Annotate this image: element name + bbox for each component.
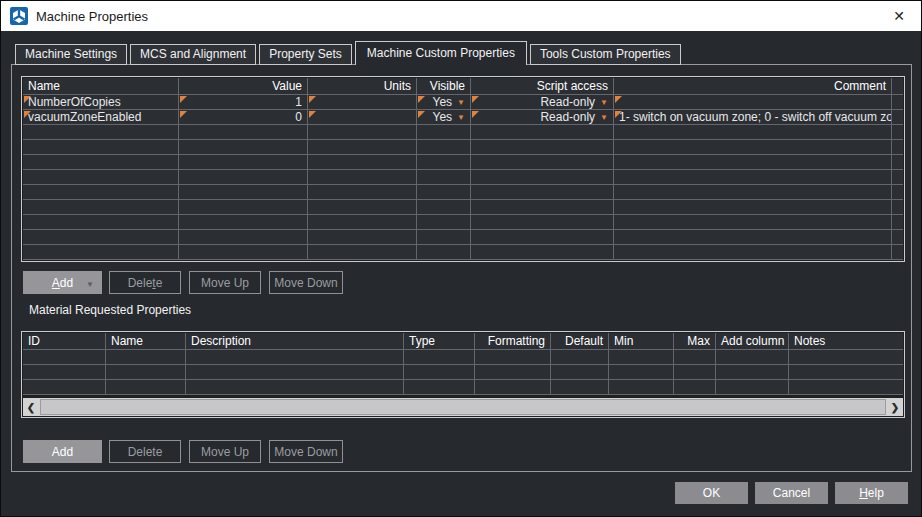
window-title: Machine Properties <box>36 9 148 24</box>
empty-table-row <box>23 185 903 200</box>
close-icon[interactable]: ✕ <box>877 1 921 31</box>
empty-cell <box>179 245 308 259</box>
cell-units[interactable] <box>308 95 417 109</box>
empty-cell <box>404 380 475 394</box>
empty-cell <box>471 140 614 154</box>
empty-cell <box>716 380 789 394</box>
cell-value[interactable]: 1 <box>179 95 308 109</box>
dropdown-arrow-icon[interactable]: ▼ <box>457 98 465 107</box>
machine-properties-table: NameValueUnitsVisibleScript accessCommen… <box>21 76 905 262</box>
empty-cell <box>179 200 308 214</box>
empty-cell <box>471 125 614 139</box>
empty-cell <box>186 365 404 379</box>
empty-cell <box>471 215 614 229</box>
material-move-up-button[interactable]: Move Up <box>189 440 261 463</box>
empty-cell <box>475 350 551 364</box>
help-button[interactable]: Help <box>835 482 908 504</box>
column-header-visible: Visible <box>417 78 471 94</box>
scroll-right-icon[interactable]: ❯ <box>887 398 903 416</box>
dropdown-arrow-icon[interactable]: ▼ <box>457 113 465 122</box>
dropdown-arrow-icon[interactable]: ▼ <box>600 98 608 107</box>
empty-cell <box>892 125 903 139</box>
empty-cell <box>179 170 308 184</box>
material-delete-button[interactable]: Delete <box>109 440 181 463</box>
empty-cell <box>471 200 614 214</box>
empty-table-row <box>23 200 903 215</box>
tab-machine-settings[interactable]: Machine Settings <box>15 44 127 65</box>
empty-cell <box>417 125 471 139</box>
empty-table-row <box>23 215 903 230</box>
empty-cell <box>614 245 892 259</box>
cell-script-access[interactable]: Read-only▼ <box>471 95 614 109</box>
empty-cell <box>609 380 674 394</box>
cell-visible[interactable]: Yes▼ <box>417 110 471 124</box>
column-header-formatting: Formatting <box>475 333 551 349</box>
material-properties-table: IDNameDescriptionTypeFormattingDefaultMi… <box>21 331 905 418</box>
cell-comment[interactable]: 1- switch on vacuum zone; 0 - switch off… <box>614 110 892 124</box>
material-move-down-button[interactable]: Move Down <box>269 440 343 463</box>
empty-cell <box>609 365 674 379</box>
empty-cell <box>471 230 614 244</box>
empty-table-row <box>23 170 903 185</box>
empty-cell <box>614 185 892 199</box>
cell-name[interactable]: NumberOfCopies <box>23 95 179 109</box>
empty-cell <box>179 125 308 139</box>
empty-cell <box>892 170 903 184</box>
empty-cell <box>551 365 609 379</box>
empty-cell <box>179 185 308 199</box>
empty-cell <box>308 140 417 154</box>
cell-units[interactable] <box>308 110 417 124</box>
column-header-type: Type <box>404 333 475 349</box>
scroll-left-icon[interactable]: ❮ <box>23 398 39 416</box>
titlebar: Machine Properties ✕ <box>1 1 921 31</box>
empty-cell <box>308 230 417 244</box>
scrollbar-thumb[interactable] <box>40 399 886 415</box>
material-table-grid: IDNameDescriptionTypeFormattingDefaultMi… <box>23 333 903 395</box>
tab-bar: Machine SettingsMCS and AlignmentPropert… <box>15 41 681 65</box>
tab-tools-custom-properties[interactable]: Tools Custom Properties <box>530 44 681 65</box>
empty-cell <box>614 200 892 214</box>
cell-visible[interactable]: Yes▼ <box>417 95 471 109</box>
empty-cell <box>23 350 106 364</box>
column-header-value: Value <box>179 78 308 94</box>
empty-cell <box>23 155 179 169</box>
empty-table-row <box>23 245 903 260</box>
empty-cell <box>551 380 609 394</box>
column-header-min: Min <box>609 333 674 349</box>
empty-cell <box>106 365 186 379</box>
column-header-units: Units <box>308 78 417 94</box>
empty-cell <box>23 170 179 184</box>
column-header-notes: Notes <box>789 333 903 349</box>
add-dropdown-icon[interactable]: ▼ <box>86 280 94 289</box>
cell-comment[interactable] <box>614 95 892 109</box>
table-row: vacuumZoneEnabled0Yes▼Read-only▼1- switc… <box>23 110 903 125</box>
horizontal-scrollbar[interactable]: ❮ ❯ <box>23 398 903 416</box>
empty-cell <box>471 245 614 259</box>
machine-move-down-button[interactable]: Move Down <box>269 271 343 294</box>
empty-cell <box>614 215 892 229</box>
machine-move-up-button[interactable]: Move Up <box>189 271 261 294</box>
tab-mcs-and-alignment[interactable]: MCS and Alignment <box>130 44 256 65</box>
column-header-name: Name <box>23 78 179 94</box>
empty-cell <box>308 245 417 259</box>
tab-property-sets[interactable]: Property Sets <box>259 44 352 65</box>
material-add-button[interactable]: Add <box>23 440 102 463</box>
machine-delete-button[interactable]: Delete <box>109 271 181 294</box>
cell-value[interactable]: 0 <box>179 110 308 124</box>
cell-name[interactable]: vacuumZoneEnabled <box>23 110 179 124</box>
cell-script-access[interactable]: Read-only▼ <box>471 110 614 124</box>
empty-cell <box>892 185 903 199</box>
empty-cell <box>614 230 892 244</box>
empty-cell <box>308 155 417 169</box>
empty-cell <box>716 365 789 379</box>
machine-add-button[interactable]: Add ▼ <box>23 271 102 294</box>
empty-cell <box>23 380 106 394</box>
dropdown-arrow-icon[interactable]: ▼ <box>600 113 608 122</box>
ok-button[interactable]: OK <box>675 482 748 504</box>
cancel-button[interactable]: Cancel <box>755 482 828 504</box>
empty-cell <box>417 155 471 169</box>
tab-machine-custom-properties[interactable]: Machine Custom Properties <box>355 41 527 65</box>
machine-table-grid: NameValueUnitsVisibleScript accessCommen… <box>23 78 903 260</box>
empty-cell <box>471 170 614 184</box>
empty-cell <box>417 200 471 214</box>
